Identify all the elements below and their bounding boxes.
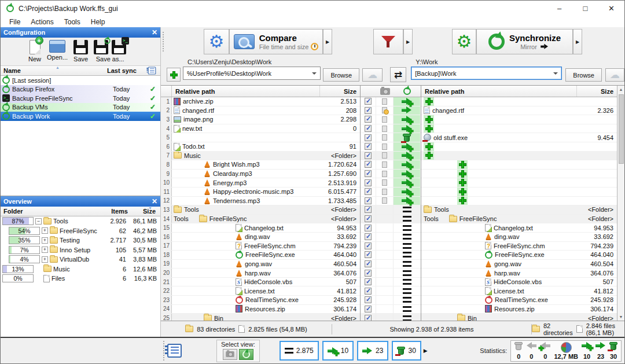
column-relative-path[interactable]: Relative path: [421, 88, 576, 95]
comparison-settings-button[interactable]: ⚙: [204, 29, 229, 54]
sync-action-cell[interactable]: [394, 124, 420, 133]
view-equal-button[interactable]: 2.875: [280, 341, 319, 361]
sync-action-cell[interactable]: [394, 160, 420, 169]
file-row-right[interactable]: old stuff.exe9.454: [421, 133, 617, 142]
view-create-right-button[interactable]: 10: [322, 341, 354, 361]
open-config-button[interactable]: Open...: [47, 40, 68, 61]
sync-action-cell[interactable]: [394, 178, 420, 187]
scroll-down-icon[interactable]: ▼: [619, 313, 623, 321]
include-checkbox[interactable]: [365, 179, 372, 186]
overview-row[interactable]: 87%−Tools2.92686,1 MB: [1, 216, 160, 226]
file-row-right[interactable]: [421, 142, 617, 152]
vertical-scrollbar[interactable]: ▲ ▼: [617, 86, 624, 321]
right-browse-button[interactable]: Browse: [565, 68, 602, 82]
overview-close-icon[interactable]: ✕: [152, 197, 157, 205]
include-checkbox[interactable]: [365, 296, 372, 303]
right-cloud-button[interactable]: ☁: [605, 68, 624, 82]
include-checkbox[interactable]: [365, 260, 372, 267]
file-row-left[interactable]: 17FreeFileSync.chm794.239: [161, 242, 360, 251]
left-cloud-button[interactable]: ☁: [362, 68, 383, 82]
file-row-right[interactable]: [421, 152, 617, 161]
include-checkbox[interactable]: [365, 125, 372, 132]
include-checkbox[interactable]: [365, 116, 372, 123]
bottombar-gripper[interactable]: [163, 341, 164, 361]
swap-sides-button[interactable]: ⇄: [390, 67, 406, 82]
sync-action-cell[interactable]: [394, 205, 420, 214]
file-row-right[interactable]: FreeFileSync.exe464.040: [421, 251, 617, 260]
file-row-right[interactable]: [421, 187, 617, 197]
scrollbar-thumb[interactable]: [619, 94, 624, 164]
include-checkbox[interactable]: [365, 215, 372, 222]
sync-action-cell[interactable]: [394, 170, 420, 178]
expander-toggle[interactable]: +: [42, 237, 48, 244]
add-folder-pair-button[interactable]: [167, 68, 181, 82]
sync-action-cell[interactable]: [394, 269, 420, 277]
file-row-left[interactable]: 24Resources.zip306.174: [161, 305, 360, 314]
overview-row[interactable]: 13%Music612,6 MB: [1, 264, 160, 274]
file-row-left[interactable]: 7Music<Folder>: [161, 152, 360, 161]
sync-action-cell[interactable]: [394, 242, 420, 251]
expander-toggle[interactable]: −: [35, 218, 42, 225]
file-row-right[interactable]: [421, 160, 617, 170]
overview-row[interactable]: 4%+VirtualDub413,83 MB: [1, 255, 160, 264]
column-folder[interactable]: Folder: [1, 208, 98, 215]
sync-action-cell[interactable]: [394, 215, 420, 223]
include-checkbox[interactable]: [365, 251, 372, 258]
sync-action-cell[interactable]: [394, 106, 420, 115]
category-view-button[interactable]: [376, 86, 394, 97]
column-items[interactable]: Items: [98, 208, 128, 215]
save-as-batch-icon[interactable]: [112, 40, 126, 54]
file-row-left[interactable]: 22License.txt41.812: [161, 286, 360, 296]
file-row-right[interactable]: ding.wav33.692: [421, 233, 617, 242]
file-row-right[interactable]: [421, 170, 617, 179]
close-button[interactable]: ✕: [598, 1, 624, 16]
include-checkbox[interactable]: [365, 143, 372, 150]
column-size[interactable]: Size: [319, 86, 360, 97]
file-row-right[interactable]: Tools<Folder>: [421, 205, 617, 215]
include-checkbox[interactable]: [365, 206, 372, 213]
file-row-right[interactable]: License.txt41.812: [421, 286, 617, 296]
file-row-left[interactable]: 11Happy-electronic-music.mp36.015.477: [161, 187, 360, 197]
file-row-right[interactable]: gong.wav460.504: [421, 260, 617, 269]
config-row[interactable]: [Last session]: [1, 76, 160, 85]
config-row[interactable]: Backup FreeFileSyncToday✓: [1, 94, 160, 103]
file-row-left[interactable]: 23RealTimeSync.exe245.928: [161, 296, 360, 305]
menu-actions[interactable]: Actions: [25, 18, 58, 26]
file-row-left[interactable]: 15Changelog.txt94.953: [161, 223, 360, 233]
action-view-toggle[interactable]: [239, 349, 253, 360]
file-row-right[interactable]: [421, 197, 617, 206]
file-row-right[interactable]: harp.wav364.076: [421, 269, 617, 278]
include-checkbox[interactable]: [365, 315, 372, 321]
left-path-combo[interactable]: %UserProfile%\Desktop\Work: [183, 67, 321, 80]
overview-row[interactable]: 54%+FreeFileSync6246,2 MB: [1, 226, 160, 236]
file-row-right[interactable]: changed.rtf2.326: [421, 106, 617, 116]
include-checkbox[interactable]: [365, 288, 372, 295]
expander-toggle[interactable]: +: [42, 247, 48, 253]
file-row-left[interactable]: 5: [161, 133, 360, 142]
include-checkbox[interactable]: [365, 107, 372, 114]
file-row-left[interactable]: 21HideConsole.vbs507: [161, 278, 360, 287]
save-as-button[interactable]: Save as...: [94, 40, 126, 62]
column-last-sync[interactable]: Last sync: [107, 67, 143, 74]
include-checkbox[interactable]: [365, 98, 372, 105]
sync-action-cell[interactable]: [394, 314, 420, 321]
file-row-left[interactable]: 16ding.wav33.692: [161, 233, 360, 242]
more-views-button[interactable]: ▶: [424, 348, 428, 354]
left-browse-button[interactable]: Browse: [323, 68, 359, 82]
sync-action-cell[interactable]: [394, 305, 420, 314]
sync-action-cell[interactable]: [394, 197, 420, 205]
sync-action-cell[interactable]: [394, 152, 420, 160]
file-row-right[interactable]: ToolsFreeFileSync<Folder>: [421, 215, 617, 224]
minimize-button[interactable]: –: [546, 1, 572, 16]
file-row-left[interactable]: 10Energy.mp32.513.919: [161, 178, 360, 187]
file-row-left[interactable]: 3image.png2.298: [161, 115, 360, 124]
include-checkbox[interactable]: [365, 233, 372, 240]
include-checkbox[interactable]: [365, 197, 372, 204]
file-row-right[interactable]: Changelog.txt94.953: [421, 223, 617, 233]
file-row-left[interactable]: 8Bright Wish.mp31.720.624: [161, 160, 360, 170]
sync-action-cell[interactable]: [394, 296, 420, 304]
new-config-button[interactable]: + New: [28, 40, 41, 62]
column-size[interactable]: Size: [576, 86, 617, 97]
include-checkbox[interactable]: [365, 225, 372, 231]
sync-action-cell[interactable]: [394, 187, 420, 196]
